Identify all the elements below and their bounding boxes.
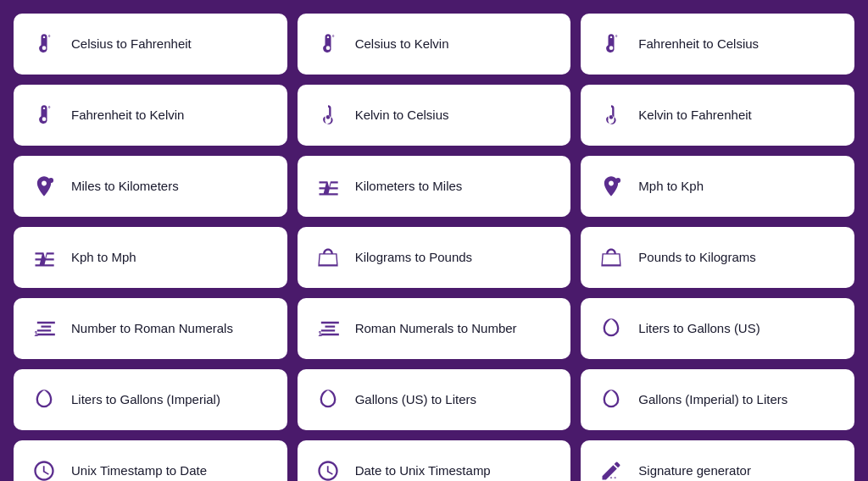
signature-icon [598, 457, 625, 481]
drop-icon [314, 386, 342, 413]
svg-text:°: ° [48, 35, 51, 41]
svg-text:°: ° [331, 35, 334, 41]
card-label-liters-to-gallons-us: Liters to Gallons (US) [638, 320, 760, 337]
svg-text:1: 1 [34, 330, 38, 338]
svg-text:1: 1 [318, 330, 322, 338]
thermometer-celsius-icon: ° [314, 30, 342, 58]
card-roman-to-number[interactable]: 1 Roman Numerals to Number [298, 298, 571, 359]
converter-grid: ° Celsius to Fahrenheit ° Celsius to Kel… [14, 14, 854, 481]
card-number-to-roman[interactable]: 1 Number to Roman Numerals [14, 298, 287, 359]
distance-icon [31, 173, 58, 200]
road-icon [314, 173, 342, 200]
card-label-kph-to-mph: Kph to Mph [71, 249, 136, 266]
card-label-celsius-to-kelvin: Celsius to Kelvin [355, 36, 449, 53]
road-icon [31, 244, 58, 271]
thermometer-kelvin-icon [314, 102, 342, 129]
card-label-gallons-us-to-liters: Gallons (US) to Liters [355, 391, 476, 408]
card-gallons-us-to-liters[interactable]: Gallons (US) to Liters [298, 369, 571, 430]
card-kph-to-mph[interactable]: Kph to Mph [14, 227, 287, 288]
card-fahrenheit-to-celsius[interactable]: ° Fahrenheit to Celsius [581, 14, 854, 75]
card-label-fahrenheit-to-kelvin: Fahrenheit to Kelvin [71, 107, 184, 124]
card-date-to-unix[interactable]: Date to Unix Timestamp [298, 440, 571, 481]
card-label-celsius-to-fahrenheit: Celsius to Fahrenheit [71, 36, 192, 53]
card-mph-to-kph[interactable]: Mph to Kph [581, 156, 854, 217]
card-label-roman-to-number: Roman Numerals to Number [355, 320, 517, 337]
card-kelvin-to-celsius[interactable]: Kelvin to Celsius [298, 85, 571, 146]
drop-icon [31, 386, 58, 413]
card-celsius-to-fahrenheit[interactable]: ° Celsius to Fahrenheit [14, 14, 287, 75]
card-label-kelvin-to-celsius: Kelvin to Celsius [355, 107, 449, 124]
thermometer-kelvin-icon [598, 102, 625, 129]
card-miles-to-kilometers[interactable]: Miles to Kilometers [14, 156, 287, 217]
card-liters-to-gallons-us[interactable]: Liters to Gallons (US) [581, 298, 854, 359]
svg-point-5 [616, 178, 621, 183]
scale-icon [598, 244, 625, 271]
card-label-liters-to-gallons-imperial: Liters to Gallons (Imperial) [71, 391, 220, 408]
scale-icon [314, 244, 342, 271]
drop-icon [598, 386, 625, 413]
thermometer-celsius-icon: ° [31, 30, 58, 58]
card-label-unix-to-date: Unix Timestamp to Date [71, 462, 207, 479]
card-kilometers-to-miles[interactable]: Kilometers to Miles [298, 156, 571, 217]
card-fahrenheit-to-kelvin[interactable]: ° Fahrenheit to Kelvin [14, 85, 287, 146]
clock-icon [314, 457, 342, 481]
card-liters-to-gallons-imperial[interactable]: Liters to Gallons (Imperial) [14, 369, 287, 430]
thermometer-celsius-icon: ° [598, 30, 625, 58]
card-label-pounds-to-kilograms: Pounds to Kilograms [638, 249, 755, 266]
svg-text:°: ° [615, 35, 618, 41]
card-label-fahrenheit-to-celsius: Fahrenheit to Celsius [638, 36, 759, 53]
card-celsius-to-kelvin[interactable]: ° Celsius to Kelvin [298, 14, 571, 75]
svg-text:°: ° [48, 106, 51, 112]
svg-point-4 [48, 178, 53, 183]
card-label-date-to-unix: Date to Unix Timestamp [355, 462, 491, 479]
thermometer-celsius-icon: ° [31, 102, 58, 129]
card-gallons-imperial-to-liters[interactable]: Gallons (Imperial) to Liters [581, 369, 854, 430]
sort-num-icon: 1 [31, 315, 58, 342]
card-label-kilometers-to-miles: Kilometers to Miles [355, 178, 463, 195]
card-unix-to-date[interactable]: Unix Timestamp to Date [14, 440, 287, 481]
card-kelvin-to-fahrenheit[interactable]: Kelvin to Fahrenheit [581, 85, 854, 146]
card-kilograms-to-pounds[interactable]: Kilograms to Pounds [298, 227, 571, 288]
card-label-signature-generator: Signature generator [638, 462, 751, 479]
card-label-number-to-roman: Number to Roman Numerals [71, 320, 233, 337]
drop-icon [598, 315, 625, 342]
clock-icon [31, 457, 58, 481]
card-pounds-to-kilograms[interactable]: Pounds to Kilograms [581, 227, 854, 288]
card-label-kilograms-to-pounds: Kilograms to Pounds [355, 249, 472, 266]
card-signature-generator[interactable]: Signature generator [581, 440, 854, 481]
sort-num-icon: 1 [314, 315, 342, 342]
card-label-kelvin-to-fahrenheit: Kelvin to Fahrenheit [638, 107, 751, 124]
card-label-mph-to-kph: Mph to Kph [638, 178, 704, 195]
card-label-gallons-imperial-to-liters: Gallons (Imperial) to Liters [638, 391, 787, 408]
card-label-miles-to-kilometers: Miles to Kilometers [71, 178, 179, 195]
distance-icon [598, 173, 625, 200]
